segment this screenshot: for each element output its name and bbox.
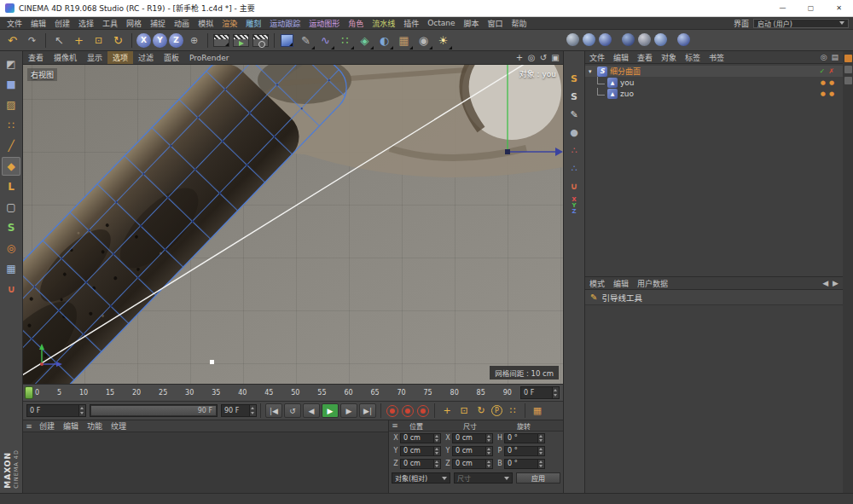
menu-motion-tracker[interactable]: 运动跟踪 (265, 18, 305, 29)
menu-character[interactable]: 角色 (344, 18, 368, 29)
visibility-dot-icon[interactable]: ● (821, 79, 826, 86)
make-editable-button[interactable]: ◩ (2, 55, 20, 73)
apply-button[interactable]: 应用 (516, 472, 560, 484)
snap-mode-icon[interactable]: S (566, 89, 583, 105)
dynamics-balls-icon[interactable]: ∴ (566, 142, 583, 159)
stepper-icon[interactable] (249, 405, 256, 416)
structure-tab-icon[interactable] (844, 77, 852, 84)
object-row-zuo[interactable]: ▲ zuo ● ● (585, 88, 843, 99)
stepper-icon[interactable] (486, 459, 493, 469)
panel-menu-icon[interactable]: ≡ (23, 422, 35, 431)
menu-script[interactable]: 脚本 (460, 18, 484, 29)
menu-sculpt[interactable]: 雕刻 (241, 18, 265, 29)
stepper-icon[interactable] (538, 446, 545, 456)
floor-button[interactable]: ▦ (395, 32, 413, 49)
menu-octane[interactable]: Octane (423, 19, 459, 27)
vp-menu-panel[interactable]: 面板 (159, 51, 184, 64)
menu-mesh[interactable]: 网格 (122, 18, 146, 29)
spline-pen-icon[interactable]: ✎ (566, 107, 583, 123)
history-forward-icon[interactable]: ▶ (833, 279, 838, 287)
enable-axis-button[interactable]: L (2, 177, 20, 196)
model-mode-button[interactable]: ■ (2, 75, 20, 94)
size-z-field[interactable]: 0 cm (452, 459, 486, 469)
filter-icon[interactable]: ▤ (831, 53, 838, 61)
disabled-cross-icon[interactable]: ✗ (828, 67, 834, 75)
vp-menu-options[interactable]: 选项 (107, 51, 133, 64)
record-keyframe-button[interactable] (386, 405, 398, 417)
close-button[interactable]: ✕ (825, 0, 853, 17)
minimize-button[interactable]: — (769, 0, 797, 17)
record-position-toggle[interactable]: + (439, 403, 455, 418)
light-button[interactable]: ☀ (434, 32, 452, 49)
deformers-button[interactable]: ◈ (356, 32, 374, 49)
sphere-tool-icon[interactable]: ● (566, 125, 583, 141)
toggle-view-icon[interactable]: ▣ (549, 53, 561, 62)
menu-tools[interactable]: 工具 (98, 18, 122, 29)
om-menu-bookmarks[interactable]: 书签 (705, 52, 728, 63)
stepper-icon[interactable] (434, 459, 441, 469)
stepper-icon[interactable] (538, 459, 545, 469)
redo-button[interactable]: ↷ (23, 32, 41, 49)
stepper-icon[interactable] (486, 446, 493, 456)
object-tree[interactable]: ▾ S 细分曲面 ✓ ✗ ▲ you ● ● ▲ zuo (585, 64, 843, 277)
sim-sphere-icon[interactable] (677, 33, 690, 46)
position-z-field[interactable]: 0 cm (400, 459, 434, 469)
menu-animate[interactable]: 动画 (170, 18, 194, 29)
coordinate-system-button[interactable]: ⊕ (185, 32, 203, 49)
record-rotation-toggle[interactable]: ↻ (473, 403, 489, 418)
previous-frame-button[interactable]: ◀ (303, 403, 320, 418)
stepper-icon[interactable] (538, 433, 545, 443)
lock-z-axis-button[interactable]: Z (169, 33, 183, 48)
sim-sphere-icon[interactable] (583, 33, 595, 46)
object-name[interactable]: you (620, 78, 635, 87)
current-frame-field[interactable]: 0 F (520, 386, 560, 399)
move-tool-button[interactable]: + (70, 32, 88, 49)
size-x-field[interactable]: 0 cm (452, 433, 486, 443)
zoom-view-icon[interactable]: ◎ (525, 53, 537, 62)
record-parameter-toggle[interactable]: P (491, 405, 502, 416)
orbit-view-icon[interactable]: ↺ (537, 53, 549, 62)
timeline-ruler[interactable]: 0 5 10 15 20 25 30 35 40 45 50 55 60 65 … (23, 384, 563, 401)
enabled-check-icon[interactable]: ✓ (820, 67, 826, 75)
content-browser-tab-icon[interactable] (844, 66, 852, 73)
play-mode-button[interactable]: ↺ (284, 403, 301, 418)
menu-edit[interactable]: 编辑 (26, 18, 50, 29)
spline-pen-button[interactable]: ✎ (297, 32, 315, 49)
particles-balls-icon[interactable]: ∴ (566, 160, 583, 177)
lock-x-axis-button[interactable]: X (136, 33, 151, 48)
object-row-subdivision-surface[interactable]: ▾ S 细分曲面 ✓ ✗ (585, 66, 843, 77)
om-menu-file[interactable]: 文件 (585, 52, 609, 63)
rotation-b-field[interactable]: 0 ° (504, 459, 538, 469)
object-name[interactable]: 细分曲面 (610, 66, 641, 77)
menu-mograph[interactable]: 运动图形 (305, 18, 344, 29)
scale-tool-button[interactable]: ⊡ (90, 32, 107, 49)
visibility-dot-icon[interactable]: ● (829, 79, 834, 86)
lock-y-axis-button[interactable]: Y (153, 33, 167, 48)
om-menu-objects[interactable]: 对象 (657, 52, 681, 63)
size-mode-dropdown[interactable]: 尺寸 (454, 472, 513, 484)
camera-button[interactable]: ◉ (415, 32, 432, 49)
am-menu-edit[interactable]: 编辑 (609, 278, 633, 289)
vp-menu-display[interactable]: 显示 (82, 51, 107, 64)
material-menu-edit[interactable]: 编辑 (59, 420, 83, 432)
object-name[interactable]: zuo (620, 90, 634, 98)
sim-sphere-icon[interactable] (654, 33, 667, 46)
sim-sphere-icon[interactable] (566, 33, 579, 46)
rotation-p-field[interactable]: 0 ° (504, 446, 538, 456)
stepper-icon[interactable] (434, 433, 441, 443)
sim-sphere-icon[interactable] (599, 33, 612, 46)
viewport-canvas[interactable]: 右视图 对象 : you 网格间距 : 10 cm (23, 65, 563, 384)
size-y-field[interactable]: 0 cm (452, 446, 486, 456)
texture-mode-button[interactable]: ▨ (2, 96, 20, 114)
pan-view-icon[interactable]: + (514, 53, 525, 62)
axis-lock-xyz-icon[interactable]: X Y Z (572, 197, 576, 215)
material-menu-function[interactable]: 功能 (83, 420, 107, 432)
menu-simulate[interactable]: 模拟 (194, 18, 218, 29)
selected-point-handle[interactable] (210, 360, 214, 364)
material-menu-create[interactable]: 创建 (35, 420, 59, 432)
next-frame-button[interactable]: ▶ (340, 403, 357, 418)
layers-tab-icon[interactable] (844, 55, 852, 62)
edges-mode-button[interactable]: ╱ (2, 136, 20, 155)
environment-button[interactable]: ◐ (375, 32, 393, 49)
polygons-mode-button[interactable]: ◆ (2, 157, 20, 176)
